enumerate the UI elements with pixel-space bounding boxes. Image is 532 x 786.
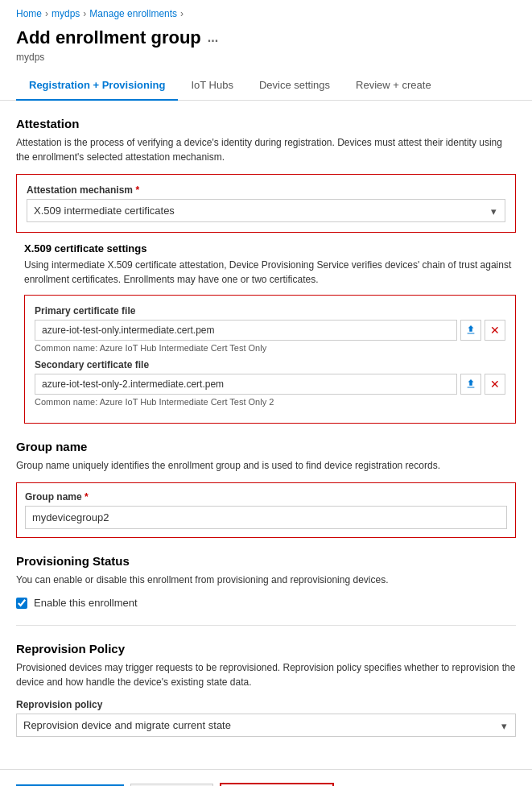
primary-cert-input[interactable] xyxy=(35,320,457,341)
group-name-label: Group name * xyxy=(25,491,507,503)
next-button[interactable]: Next: IoT Hubs > xyxy=(220,783,334,786)
primary-cert-field: Primary certificate file ✕ Common name: … xyxy=(35,305,505,353)
secondary-cert-field: Secondary certificate file ✕ Common name… xyxy=(35,359,505,407)
main-content: Attestation Attestation is the process o… xyxy=(0,101,532,769)
reprovision-select[interactable]: Reprovision device and migrate current s… xyxy=(17,714,515,736)
breadcrumb: Home › mydps › Manage enrollments › xyxy=(0,0,532,24)
reprovision-section: Reprovision Policy Provisioned devices m… xyxy=(16,642,516,737)
breadcrumb-home[interactable]: Home xyxy=(16,8,42,19)
group-name-box: Group name * xyxy=(16,482,516,538)
page-subtitle: mydps xyxy=(0,50,532,71)
tab-iothubs[interactable]: IoT Hubs xyxy=(178,71,246,101)
certificates-box: Primary certificate file ✕ Common name: … xyxy=(24,295,516,424)
attestation-section: Attestation Attestation is the process o… xyxy=(16,117,516,424)
attestation-mechanism-box: Attestation mechanism * X.509 intermedia… xyxy=(16,174,516,233)
group-name-section: Group name Group name uniquely identifie… xyxy=(16,440,516,538)
primary-cert-upload-btn[interactable] xyxy=(460,320,481,341)
tab-devicesettings[interactable]: Device settings xyxy=(246,71,343,101)
provisioning-status-description: You can enable or disable this enrollmen… xyxy=(16,573,516,587)
primary-cert-common: Common name: Azure IoT Hub Intermediate … xyxy=(35,343,505,353)
primary-cert-label: Primary certificate file xyxy=(35,305,505,316)
reprovision-policy-label: Reprovision policy xyxy=(16,699,516,710)
attestation-mechanism-label: Attestation mechanism * xyxy=(27,184,505,196)
reprovision-description: Provisioned devices may trigger requests… xyxy=(16,660,516,689)
secondary-cert-delete-btn[interactable]: ✕ xyxy=(485,374,505,395)
tab-registration[interactable]: Registration + Provisioning xyxy=(16,71,178,101)
primary-cert-delete-btn[interactable]: ✕ xyxy=(485,320,505,341)
divider xyxy=(16,625,516,626)
group-name-input[interactable] xyxy=(25,506,507,529)
reprovision-select-wrapper[interactable]: Reprovision device and migrate current s… xyxy=(16,714,516,737)
attestation-title: Attestation xyxy=(16,117,516,130)
breadcrumb-manage-enrollments[interactable]: Manage enrollments xyxy=(89,8,177,19)
provisioning-status-title: Provisioning Status xyxy=(16,554,516,568)
x509-description: Using intermediate X.509 certificate att… xyxy=(24,258,516,287)
secondary-cert-label: Secondary certificate file xyxy=(35,359,505,370)
attestation-description: Attestation is the process of verifying … xyxy=(16,135,516,164)
enable-enrollment-label: Enable this enrollment xyxy=(34,597,138,609)
tab-bar: Registration + Provisioning IoT Hubs Dev… xyxy=(0,71,532,101)
page-title-row: Add enrollment group ... xyxy=(0,24,532,50)
attestation-mechanism-select[interactable]: X.509 intermediate certificates xyxy=(27,200,505,221)
secondary-cert-row: ✕ xyxy=(35,374,505,395)
reprovision-title: Reprovision Policy xyxy=(16,642,516,656)
secondary-cert-common: Common name: Azure IoT Hub Intermediate … xyxy=(35,397,505,407)
footer: Review + create < Previous Next: IoT Hub… xyxy=(0,769,532,786)
x509-title: X.509 certificate settings xyxy=(24,242,516,254)
provisioning-status-section: Provisioning Status You can enable or di… xyxy=(16,554,516,609)
secondary-cert-upload-btn[interactable] xyxy=(460,374,481,395)
x509-settings: X.509 certificate settings Using interme… xyxy=(24,242,516,424)
attestation-mechanism-select-wrapper[interactable]: X.509 intermediate certificates xyxy=(27,199,505,222)
breadcrumb-mydps[interactable]: mydps xyxy=(52,8,80,19)
group-name-description: Group name uniquely identifies the enrol… xyxy=(16,458,516,473)
primary-cert-row: ✕ xyxy=(35,320,505,341)
enable-enrollment-row: Enable this enrollment xyxy=(16,597,516,609)
ellipsis-menu[interactable]: ... xyxy=(208,31,218,45)
tab-reviewcreate[interactable]: Review + create xyxy=(343,71,444,101)
group-name-title: Group name xyxy=(16,440,516,453)
enable-enrollment-checkbox[interactable] xyxy=(16,598,27,609)
page-title: Add enrollment group xyxy=(16,27,201,48)
secondary-cert-input[interactable] xyxy=(35,374,457,395)
